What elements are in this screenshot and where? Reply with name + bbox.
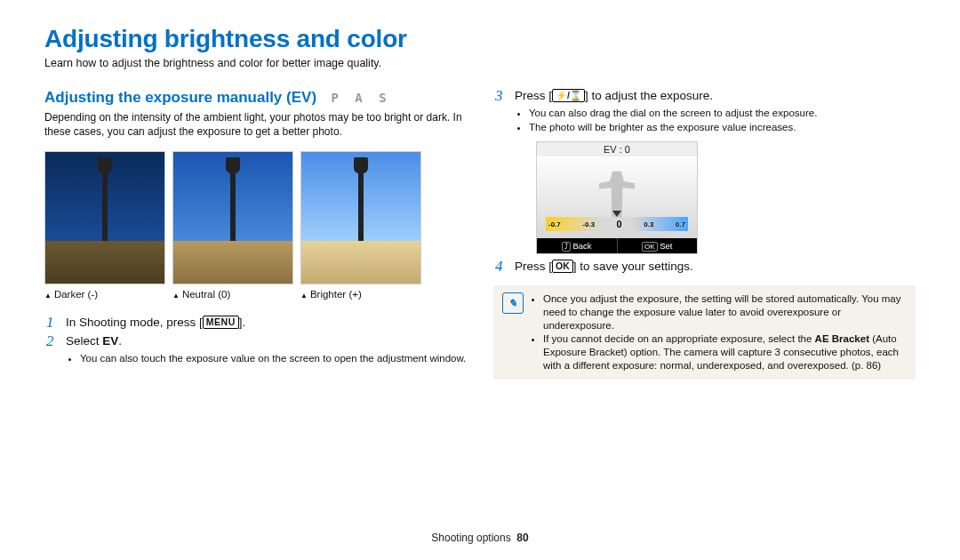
flash-timer-buttons: ⚡/⌛ (552, 89, 585, 102)
page-subtitle: Learn how to adjust the brightness and c… (44, 57, 960, 69)
page-title: Adjusting brightness and color (44, 25, 960, 53)
step-2: Select EV. You can also touch the exposu… (44, 334, 467, 366)
example-neutral-image (172, 151, 293, 284)
mode-tags: P A S (332, 91, 391, 105)
ok-button-label: OK (552, 260, 573, 273)
step-4: Press [OK] to save your settings. (493, 260, 916, 273)
step-3-sub2: The photo will be brighter as the exposu… (529, 121, 916, 135)
example-brighter-image (300, 151, 421, 284)
example-neutral-caption: ▲Neutral (0) (172, 289, 292, 300)
step-1: In Shooting mode, press [MENU]. (44, 316, 467, 329)
camera-ev-preview: EV : 0 -0.7 -0.3 0 0.3 0.7 ⤴ Back (536, 141, 698, 254)
ev-marker-icon (612, 211, 621, 217)
left-column: Adjusting the exposure manually (EV) P A… (44, 89, 467, 380)
note-icon: ✎ (502, 292, 524, 314)
example-darker-image (44, 151, 165, 284)
note-1: Once you adjust the exposure, the settin… (543, 292, 907, 332)
step-3-sub1: You can also drag the dial on the screen… (529, 107, 916, 121)
page-footer: Shooting options 80 (0, 532, 960, 544)
ev-scale: -0.7 -0.3 0 0.3 0.7 (546, 217, 688, 231)
steps-left: In Shooting mode, press [MENU]. Select E… (44, 316, 467, 366)
step-3: Press [⚡/⌛] to adjust the exposure. You … (493, 89, 916, 254)
note-box: ✎ Once you adjust the exposure, the sett… (493, 285, 916, 380)
ev-readout: EV : 0 (537, 142, 697, 156)
step-2-sub: You can also touch the exposure value on… (80, 352, 467, 366)
exposure-examples: ▲Darker (-) ▲Neutral (0) ▲Brighter (+) (44, 151, 467, 300)
example-darker-caption: ▲Darker (-) (44, 289, 164, 300)
cam-back: ⤴ Back (537, 238, 618, 253)
steps-right: Press [⚡/⌛] to adjust the exposure. You … (493, 89, 916, 273)
section-heading: Adjusting the exposure manually (EV) (44, 89, 316, 107)
example-brighter-caption: ▲Brighter (+) (300, 289, 420, 300)
menu-button-label: MENU (203, 316, 239, 329)
cam-set: OK Set (618, 238, 698, 253)
note-2: If you cannot decide on an appropriate e… (543, 332, 907, 372)
right-column: Press [⚡/⌛] to adjust the exposure. You … (493, 89, 916, 380)
section-body: Depending on the intensity of the ambien… (44, 110, 467, 139)
